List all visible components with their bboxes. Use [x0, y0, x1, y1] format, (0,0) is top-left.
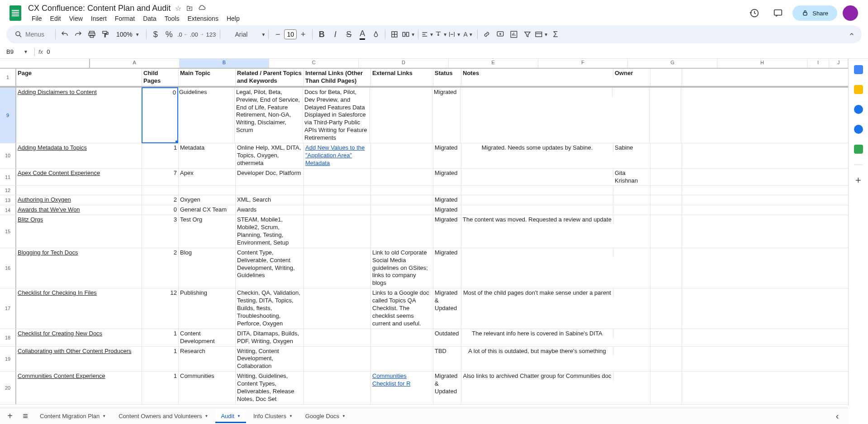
- header-cell[interactable]: Page: [16, 69, 142, 86]
- sheet-tab[interactable]: Google Docs▼: [300, 409, 351, 423]
- cell[interactable]: A lot of this is outdated, but maybe the…: [461, 347, 613, 356]
- cell[interactable]: [304, 195, 371, 205]
- cell[interactable]: Migrated: [433, 195, 461, 205]
- functions-button[interactable]: Σ: [549, 28, 562, 41]
- fill-color-button[interactable]: [370, 28, 382, 41]
- cell[interactable]: Content Development: [179, 329, 236, 346]
- cloud-status-icon[interactable]: [198, 4, 206, 12]
- star-icon[interactable]: ☆: [175, 4, 181, 13]
- cell[interactable]: [613, 195, 650, 205]
- cell[interactable]: Communities Checklist for R: [371, 372, 433, 404]
- cell[interactable]: DITA, Ditamaps, Builds, PDF, Writing, Ox…: [236, 329, 304, 346]
- cell[interactable]: [304, 169, 371, 186]
- cell[interactable]: Blog: [179, 248, 236, 288]
- cell[interactable]: [461, 195, 613, 204]
- cell[interactable]: [613, 372, 650, 404]
- menu-help[interactable]: Help: [223, 14, 243, 23]
- move-icon[interactable]: [186, 5, 193, 12]
- print-button[interactable]: [85, 28, 98, 41]
- collapse-toolbar-button[interactable]: [845, 28, 858, 41]
- cell[interactable]: [650, 186, 682, 195]
- cell[interactable]: [371, 329, 433, 346]
- strike-button[interactable]: S: [342, 28, 355, 41]
- cell[interactable]: Research: [179, 347, 236, 372]
- cell[interactable]: [650, 329, 682, 346]
- cell[interactable]: 2: [142, 195, 179, 205]
- app-logo[interactable]: [6, 4, 24, 22]
- cell[interactable]: [179, 186, 236, 195]
- cell[interactable]: The relevant info here is covered in Sab…: [461, 329, 613, 338]
- cell[interactable]: Online Help, XML, DITA, Topics, Oxygen, …: [236, 143, 304, 168]
- cell[interactable]: [650, 169, 682, 186]
- cell[interactable]: [370, 88, 432, 143]
- v-align-button[interactable]: ▼: [435, 28, 447, 41]
- cell[interactable]: 1: [142, 372, 179, 404]
- menu-insert[interactable]: Insert: [87, 14, 110, 23]
- cell[interactable]: Migrated: [433, 205, 461, 215]
- cell[interactable]: [613, 288, 650, 328]
- cell[interactable]: [650, 248, 682, 288]
- add-addon-icon[interactable]: +: [854, 176, 863, 185]
- cell[interactable]: 1: [142, 329, 179, 346]
- cell[interactable]: Checkin, QA, Validation, Testing, DITA, …: [236, 288, 304, 328]
- menu-edit[interactable]: Edit: [47, 14, 65, 23]
- cell[interactable]: 2: [142, 248, 179, 288]
- column-header-D[interactable]: D: [359, 59, 448, 68]
- bold-button[interactable]: B: [315, 28, 328, 41]
- menu-data[interactable]: Data: [139, 14, 160, 23]
- account-avatar[interactable]: [843, 5, 858, 21]
- cell[interactable]: TBD: [433, 347, 461, 372]
- cell[interactable]: Awards that We've Won: [16, 205, 142, 215]
- row-header[interactable]: 16: [0, 248, 16, 288]
- calendar-addon-icon[interactable]: [854, 65, 863, 74]
- wrap-button[interactable]: ▼: [448, 28, 461, 41]
- cell[interactable]: [16, 186, 142, 195]
- row-header[interactable]: 18: [0, 329, 16, 346]
- cell[interactable]: Migrated. Needs some updates by Sabine.: [461, 143, 613, 152]
- header-cell[interactable]: Notes: [461, 69, 613, 78]
- header-cell[interactable]: Main Topic: [179, 69, 236, 86]
- cell[interactable]: Gita Krishnan: [613, 169, 650, 186]
- keep-addon-icon[interactable]: [854, 85, 863, 94]
- cell[interactable]: [461, 186, 613, 195]
- currency-button[interactable]: $: [149, 28, 162, 41]
- cell[interactable]: [650, 288, 682, 328]
- redo-button[interactable]: [72, 28, 85, 41]
- column-header-C[interactable]: C: [269, 59, 359, 68]
- cell[interactable]: [371, 205, 433, 215]
- rotate-button[interactable]: A▼: [462, 28, 474, 41]
- menu-extensions[interactable]: Extensions: [184, 14, 222, 23]
- column-header-A[interactable]: A: [90, 59, 180, 68]
- column-header-G[interactable]: G: [628, 59, 717, 68]
- cell[interactable]: Docs for Beta, Pilot, Dev Preview, and D…: [303, 88, 370, 143]
- cell[interactable]: Collaborating with Other Content Produce…: [16, 347, 142, 372]
- cell[interactable]: [304, 186, 371, 195]
- column-header-I[interactable]: I: [807, 59, 830, 68]
- row-header[interactable]: 10: [0, 143, 16, 168]
- cell[interactable]: [304, 215, 371, 248]
- sheet-tab[interactable]: Audit▼: [215, 409, 246, 423]
- text-color-button[interactable]: A: [356, 28, 369, 41]
- cell[interactable]: [613, 248, 650, 288]
- cell[interactable]: Legal, Pilot, Beta, Preview, End of Serv…: [235, 88, 303, 143]
- row-header[interactable]: 1: [0, 69, 16, 86]
- cell[interactable]: [433, 186, 461, 195]
- cell[interactable]: Publishing: [179, 288, 236, 328]
- cell[interactable]: [613, 347, 650, 372]
- comment-button[interactable]: [494, 28, 507, 41]
- cell[interactable]: Migrated: [433, 215, 461, 248]
- column-header-E[interactable]: E: [449, 59, 538, 68]
- undo-button[interactable]: [58, 28, 71, 41]
- header-cell[interactable]: External Links: [371, 69, 433, 86]
- cell[interactable]: [304, 347, 371, 372]
- name-box[interactable]: B9▼: [4, 47, 31, 56]
- cell[interactable]: [613, 205, 650, 215]
- menu-file[interactable]: File: [28, 14, 46, 23]
- cell[interactable]: [304, 248, 371, 288]
- contacts-addon-icon[interactable]: [854, 125, 863, 134]
- row-header[interactable]: 11: [0, 169, 16, 186]
- column-header-F[interactable]: F: [538, 59, 628, 68]
- cell[interactable]: Blitz Orgs: [16, 215, 142, 248]
- cell[interactable]: Communities: [179, 372, 236, 404]
- header-cell[interactable]: Owner: [613, 69, 650, 86]
